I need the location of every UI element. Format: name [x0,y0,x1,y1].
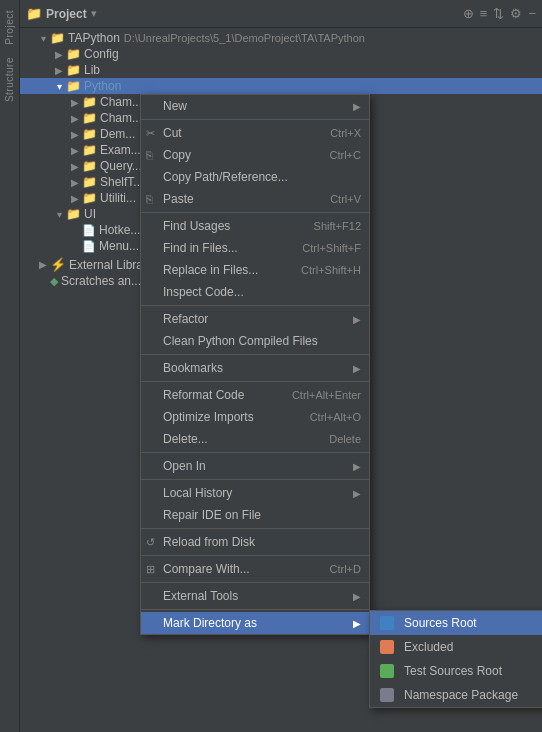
panel-header: 📁 Project ▾ ⊕ ≡ ⇅ ⚙ − [20,0,542,28]
menu-item-inspect-code[interactable]: Inspect Code... [141,281,369,303]
excluded-icon [380,640,398,654]
dem-label: Dem... [100,127,135,141]
dem-icon: 📁 [82,127,97,141]
cham1-label: Cham... [100,95,142,109]
util-icon: 📁 [82,191,97,205]
menu-item-cut[interactable]: ✂ Cut Ctrl+X [141,122,369,144]
left-tab-strip: Project Structure [0,0,20,732]
ui-label: UI [84,207,96,221]
menu-label: Menu... [99,239,139,253]
separator-8 [141,528,369,529]
menu-file-icon: 📄 [82,240,96,253]
separator-10 [141,582,369,583]
scratches-label: Scratches an... [61,274,141,288]
sort-btn[interactable]: ⇅ [493,6,504,21]
tree-arrow-dem: ▶ [68,129,82,140]
menu-item-find-in-files[interactable]: Find in Files... Ctrl+Shift+F [141,237,369,259]
test-sources-icon [380,664,398,678]
menu-item-reload-disk[interactable]: ↺ Reload from Disk [141,531,369,553]
cham2-label: Cham... [100,111,142,125]
menu-item-delete[interactable]: Delete... Delete [141,428,369,450]
separator-6 [141,452,369,453]
tree-item-python[interactable]: ▾ 📁 Python [20,78,542,94]
tree-item-lib[interactable]: ▶ 📁 Lib [20,62,542,78]
menu-item-compare-with[interactable]: ⊞ Compare With... Ctrl+D [141,558,369,580]
tree-arrow-lib: ▶ [52,65,66,76]
tree-arrow-shelft: ▶ [68,177,82,188]
util-label: Utiliti... [100,191,136,205]
close-btn[interactable]: − [528,6,536,21]
sidebar-tab-structure[interactable]: Structure [2,51,17,108]
tree-arrow-python: ▾ [52,81,66,92]
query-label: Query... [100,159,142,173]
menu-item-bookmarks[interactable]: Bookmarks ▶ [141,357,369,379]
cham2-icon: 📁 [82,111,97,125]
namespace-icon [380,688,398,702]
menu-item-open-in[interactable]: Open In ▶ [141,455,369,477]
separator-9 [141,555,369,556]
root-path: D:\UnrealProjects\5_1\DemoProject\TA\TAP… [124,32,365,44]
panel-title: Project [46,7,87,21]
cham1-icon: 📁 [82,95,97,109]
panel-dropdown-icon[interactable]: ▾ [91,7,97,20]
collapse-btn[interactable]: ≡ [480,6,488,21]
context-menu: New ▶ ✂ Cut Ctrl+X ⎘ Copy Ctrl+C Copy Pa… [140,94,370,635]
menu-item-copy-path[interactable]: Copy Path/Reference... [141,166,369,188]
menu-item-local-history[interactable]: Local History ▶ [141,482,369,504]
exam-icon: 📁 [82,143,97,157]
settings-btn[interactable]: ⚙ [510,6,522,21]
tree-item-root[interactable]: ▾ 📁 TAPython D:\UnrealProjects\5_1\DemoP… [20,30,542,46]
mark-directory-submenu: Sources Root Excluded Test Sources Root … [369,610,542,708]
copy-icon: ⎘ [146,149,153,161]
menu-item-find-usages[interactable]: Find Usages Shift+F12 [141,215,369,237]
lib-label: Lib [84,63,100,77]
menu-item-clean-python[interactable]: Clean Python Compiled Files [141,330,369,352]
separator-11 [141,609,369,610]
menu-item-optimize[interactable]: Optimize Imports Ctrl+Alt+O [141,406,369,428]
hotkey-label: Hotke... [99,223,140,237]
menu-item-refactor[interactable]: Refactor ▶ [141,308,369,330]
menu-item-repair-ide[interactable]: Repair IDE on File [141,504,369,526]
submenu-item-sources-root[interactable]: Sources Root [370,611,542,635]
config-label: Config [84,47,119,61]
separator-7 [141,479,369,480]
menu-item-mark-dir[interactable]: Mark Directory as ▶ Sources Root Exclude… [141,612,369,634]
tree-arrow-exam: ▶ [68,145,82,156]
config-folder-icon: 📁 [66,47,81,61]
ui-icon: 📁 [66,207,81,221]
compare-icon: ⊞ [146,563,155,576]
submenu-item-namespace[interactable]: Namespace Package [370,683,542,707]
menu-item-paste[interactable]: ⎘ Paste Ctrl+V [141,188,369,210]
submenu-item-test-sources[interactable]: Test Sources Root [370,659,542,683]
tree-item-config[interactable]: ▶ 📁 Config [20,46,542,62]
tree-arrow-query: ▶ [68,161,82,172]
menu-item-new[interactable]: New ▶ [141,95,369,117]
extlib-icon: ⚡ [50,257,66,272]
locate-btn[interactable]: ⊕ [463,6,474,21]
root-label: TAPython [68,31,120,45]
tree-arrow-ui: ▾ [52,209,66,220]
reload-icon: ↺ [146,536,155,549]
separator-3 [141,305,369,306]
shelft-icon: 📁 [82,175,97,189]
separator-4 [141,354,369,355]
menu-item-copy[interactable]: ⎘ Copy Ctrl+C [141,144,369,166]
paste-icon: ⎘ [146,193,153,205]
submenu-item-excluded[interactable]: Excluded [370,635,542,659]
separator-5 [141,381,369,382]
exam-label: Exam... [100,143,141,157]
query-icon: 📁 [82,159,97,173]
sources-root-icon [380,616,398,630]
menu-item-replace-in-files[interactable]: Replace in Files... Ctrl+Shift+H [141,259,369,281]
menu-item-external-tools[interactable]: External Tools ▶ [141,585,369,607]
header-actions: ⊕ ≡ ⇅ ⚙ − [463,6,536,21]
separator-1 [141,119,369,120]
tree-arrow-cham1: ▶ [68,97,82,108]
sidebar-tab-project[interactable]: Project [2,4,17,51]
cut-icon: ✂ [146,127,155,140]
tree-arrow-cham2: ▶ [68,113,82,124]
lib-folder-icon: 📁 [66,63,81,77]
shelft-label: ShelfT... [100,175,143,189]
root-folder-icon: 📁 [50,31,65,45]
menu-item-reformat[interactable]: Reformat Code Ctrl+Alt+Enter [141,384,369,406]
